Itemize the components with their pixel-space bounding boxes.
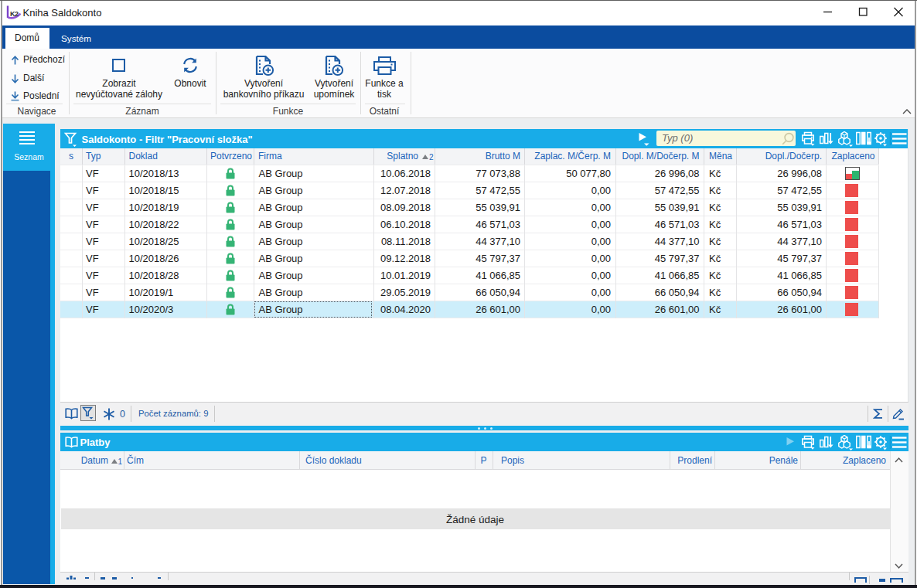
svg-text:K2: K2 xyxy=(10,10,19,18)
